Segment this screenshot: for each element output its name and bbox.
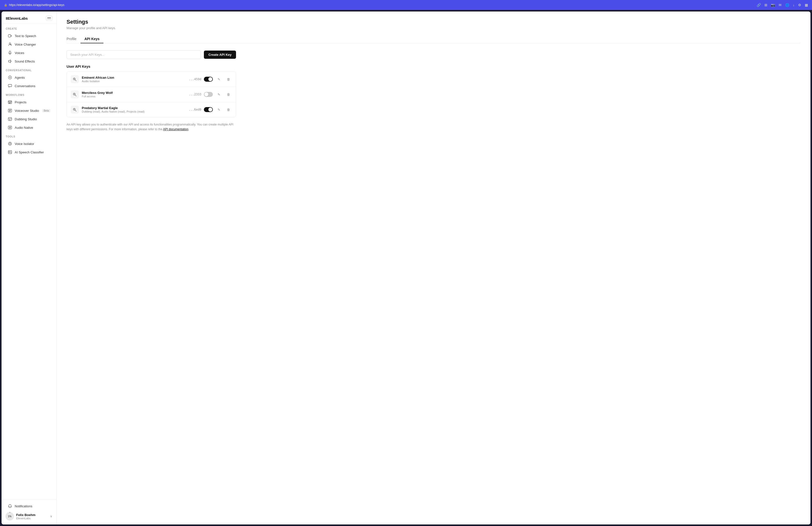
svg-point-23 <box>9 143 11 145</box>
delete-icon-1[interactable]: 🗑 <box>225 76 232 83</box>
layout-icon[interactable]: ▦ <box>805 3 808 7</box>
camera-icon[interactable]: 📷 <box>771 3 775 7</box>
api-key-row: Predatory Martial Eagle Dubbing (read), … <box>67 102 236 117</box>
section-label-workflows: WORKFLOWS <box>2 90 56 98</box>
sidebar-item-agents[interactable]: Agents <box>4 74 54 81</box>
sidebar-item-notifications[interactable]: Notifications <box>4 502 54 510</box>
edit-icon-2[interactable]: ✎ <box>215 91 222 98</box>
projects-icon <box>8 100 12 104</box>
sidebar-item-label: Voices <box>15 51 24 55</box>
globe-icon[interactable]: 🌐 <box>785 3 789 7</box>
tabs: Profile API Keys <box>67 35 800 43</box>
sidebar-item-label: Voice Isolator <box>15 142 34 146</box>
url-text: https://elevenlabs.io/app/settings/api-k… <box>9 3 64 7</box>
sidebar-item-audio-native[interactable]: Audio Native <box>4 123 54 132</box>
key-actions-3: ...6ed0 ✎ 🗑 <box>189 106 232 113</box>
api-doc-link[interactable]: API documentation <box>163 127 188 131</box>
sidebar-item-label: Voiceover Studio <box>15 109 39 112</box>
key-icon-1 <box>71 75 79 83</box>
sidebar-item-dubbing-studio[interactable]: Dubbing Studio <box>4 115 54 123</box>
sidebar-item-label: Voice Changer <box>15 43 36 46</box>
sidebar-item-voiceover-studio[interactable]: Voiceover Studio Beta <box>4 107 54 115</box>
text-to-speech-icon <box>8 34 12 38</box>
key-actions-2: ...2333 ✎ 🗑 <box>189 91 232 98</box>
create-api-key-button[interactable]: Create API Key <box>204 50 236 59</box>
section-label-create: CREATE <box>2 24 56 32</box>
logo: IIElevenLabs <box>6 16 28 20</box>
svg-rect-0 <box>8 35 11 37</box>
sidebar-item-sound-effects[interactable]: Sound Effects <box>4 57 54 65</box>
user-info: Felix Boehm ElevenLabs <box>16 513 48 520</box>
info-text: An API key allows you to authenticate wi… <box>67 122 236 132</box>
chevron-down-icon: ∨ <box>50 514 52 518</box>
user-org: ElevenLabs <box>16 517 48 520</box>
audio-native-icon <box>8 125 12 130</box>
svg-rect-16 <box>8 118 12 121</box>
delete-icon-3[interactable]: 🗑 <box>225 106 232 113</box>
notifications-icon <box>8 504 12 508</box>
bookmark-icon[interactable]: 🔗 <box>757 3 761 7</box>
toggle-thumb-3 <box>208 108 212 111</box>
mail-icon[interactable]: ✉ <box>779 3 782 7</box>
url-bar: 🔒 https://elevenlabs.io/app/settings/api… <box>4 3 64 7</box>
sidebar-item-text-to-speech[interactable]: Text to Speech <box>4 32 54 40</box>
conversations-icon <box>8 84 12 88</box>
sidebar-item-conversations[interactable]: Conversations <box>4 82 54 90</box>
sidebar-item-voices[interactable]: Voices <box>4 49 54 57</box>
svg-point-6 <box>10 77 11 78</box>
sidebar-item-label: Projects <box>15 100 26 104</box>
key-desc-1: Audio Isolation <box>82 80 189 83</box>
user-profile[interactable]: 1% Felix Boehm ElevenLabs ∨ <box>2 510 56 522</box>
search-input-wrap <box>67 50 201 59</box>
svg-rect-9 <box>8 101 12 102</box>
sidebar-item-projects[interactable]: Projects <box>4 98 54 106</box>
sidebar-item-ai-speech-classifier[interactable]: AI Speech Classifier <box>4 148 54 156</box>
search-input[interactable] <box>67 50 201 59</box>
sidebar: IIElevenLabs CREATE Text to Speech Voice… <box>2 12 57 524</box>
browser-icons: 🔗 ⊞ 📷 ✉ 🌐 ↓ ⚙ ▦ <box>757 3 808 7</box>
api-keys-section: Create API Key User API Keys Eminent Afr… <box>67 50 236 132</box>
toggle-thumb-2 <box>204 92 208 96</box>
key-actions-1: ...459d ✎ 🗑 <box>189 76 232 83</box>
settings-icon[interactable]: ⚙ <box>798 3 801 7</box>
sidebar-item-label: Agents <box>15 76 25 79</box>
download-icon[interactable]: ↓ <box>793 3 795 7</box>
tab-api-keys[interactable]: API Keys <box>81 35 104 43</box>
user-name: Felix Boehm <box>16 513 48 517</box>
ai-speech-classifier-icon <box>8 150 12 154</box>
sidebar-item-voice-changer[interactable]: Voice Changer <box>4 40 54 48</box>
key-info-2: Merciless Grey Wolf Full access <box>82 91 189 98</box>
screenshot-icon[interactable]: ⊞ <box>764 3 767 7</box>
edit-icon-3[interactable]: ✎ <box>215 106 222 113</box>
agents-icon <box>8 75 12 80</box>
dubbing-studio-icon <box>8 117 12 121</box>
voiceover-studio-icon <box>8 108 12 113</box>
key-value-3: ...6ed0 <box>189 108 201 111</box>
sidebar-item-label: AI Speech Classifier <box>15 150 44 154</box>
notifications-label: Notifications <box>15 504 32 508</box>
avatar: 1% <box>6 512 14 520</box>
svg-point-25 <box>6 512 14 520</box>
key-value-2: ...2333 <box>189 93 201 96</box>
page-subtitle: Manage your profile and API keys. <box>67 26 800 30</box>
beta-badge: Beta <box>42 109 50 112</box>
key-desc-3: Dubbing (read), Audio Native (read), Pro… <box>82 110 189 113</box>
key-icon-2 <box>71 90 79 99</box>
section-label-conversational: CONVERSATIONAL <box>2 65 56 73</box>
edit-icon-1[interactable]: ✎ <box>215 76 222 83</box>
delete-icon-2[interactable]: 🗑 <box>225 91 232 98</box>
toggle-thumb-1 <box>208 77 212 81</box>
sidebar-item-voice-isolator[interactable]: Voice Isolator <box>4 140 54 148</box>
search-row: Create API Key <box>67 50 236 59</box>
toggle-2[interactable] <box>204 92 213 97</box>
browser-bar: 🔒 https://elevenlabs.io/app/settings/api… <box>0 0 812 10</box>
section-label-tools: TOOLS <box>2 132 56 139</box>
app-container: IIElevenLabs CREATE Text to Speech Voice… <box>1 12 811 525</box>
toggle-3[interactable] <box>204 107 213 112</box>
sidebar-toggle[interactable] <box>46 16 52 21</box>
tab-profile[interactable]: Profile <box>67 35 81 43</box>
sidebar-item-label: Conversations <box>15 84 35 88</box>
key-name-1: Eminent African Lion <box>82 76 189 79</box>
toggle-1[interactable] <box>204 77 213 82</box>
sound-effects-icon <box>8 59 12 63</box>
